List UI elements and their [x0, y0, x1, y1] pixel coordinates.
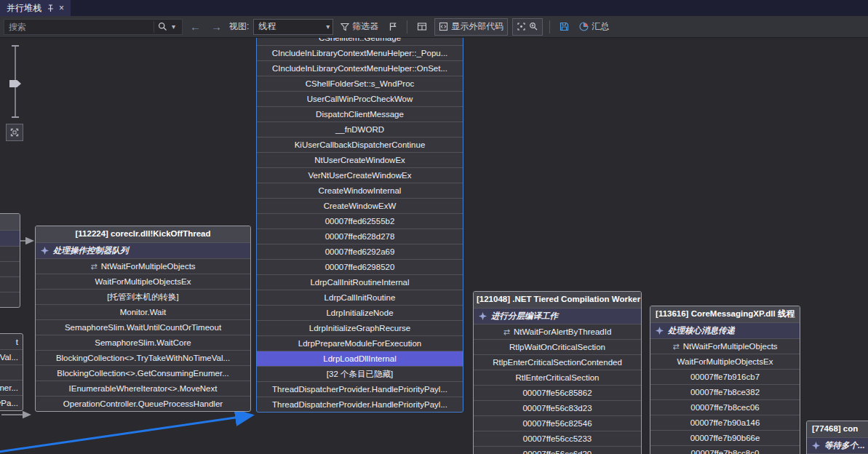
search-box[interactable]: ▾ — [4, 19, 183, 35]
stack-frame-row[interactable]: 00007ffe56c83d23 — [474, 400, 641, 415]
stack-frame-row[interactable] — [0, 365, 23, 380]
stack-frame-row[interactable]: ⇄NtWaitForMultipleObjects — [650, 338, 800, 354]
stack-frame-row[interactable]: yPa... — [0, 395, 23, 410]
stack-frame-row[interactable]: BlockingCollection<>.GetConsumingEnumer.… — [36, 365, 250, 381]
stack-frame-row[interactable]: WaitForMultipleObjectsEx — [650, 354, 800, 369]
summary-button[interactable]: 汇总 — [576, 18, 612, 36]
stack-frame-row[interactable]: VerNtUserCreateWindowEx — [257, 167, 463, 183]
stack-frame-row[interactable]: RtlEnterCriticalSection — [474, 370, 641, 385]
stack-box-thread-121048[interactable]: [121048] .NET Tiered Compilation Worker进… — [473, 291, 642, 454]
view-mode-dropdown[interactable]: 线程 ▾ — [253, 19, 333, 35]
stack-frame-row[interactable]: RtlpWaitOnCriticalSection — [474, 339, 641, 354]
pin-icon[interactable] — [47, 4, 54, 12]
save-icon-button[interactable] — [557, 18, 572, 36]
stack-frame-row[interactable]: UserCallWinProcCheckWow — [257, 91, 463, 106]
stack-frame-row[interactable]: BlockingCollection<>.TryTakeWithNoTimeVa… — [36, 350, 250, 365]
show-external-code-toggle[interactable]: 显示外部代码 — [434, 18, 508, 36]
focus-frame-icon[interactable] — [517, 22, 526, 31]
stack-frame-row[interactable]: CIncludeInLibraryContextMenuHelper::_Pop… — [257, 45, 463, 60]
stack-frame-row[interactable]: Monitor.Wait — [36, 304, 250, 319]
stack-frame-row[interactable]: ThreadDispatcherProvider.HandlePriorityP… — [257, 381, 463, 397]
forward-button[interactable]: → — [208, 21, 225, 32]
stack-box-thread-112224[interactable]: [112224] coreclr.dll!KickOffThread处理操作控制… — [35, 226, 251, 412]
stack-frame-row[interactable]: __fnDWORD — [257, 122, 463, 137]
stack-frame-row[interactable]: LdrpCallInitRoutine — [257, 290, 463, 305]
stack-frame-row[interactable]: LdrpInitializeNode — [257, 305, 463, 320]
stacks-canvas[interactable]: t-Val...ner...yPa...[112224] coreclr.dll… — [0, 38, 868, 454]
stack-frame-row[interactable]: 00007ffed6292a69 — [257, 244, 463, 259]
stack-box-thread-77468[interactable]: [77468] con等待多个...⇄ — [806, 421, 868, 454]
stack-frame-row[interactable]: 00007ffe56cc5233 — [474, 431, 641, 446]
back-button[interactable]: ← — [187, 21, 204, 32]
stack-frame-row[interactable] — [0, 261, 20, 276]
stack-box-header[interactable]: [112224] coreclr.dll!KickOffThread — [36, 226, 250, 242]
stack-box-header[interactable]: [121048] .NET Tiered Compilation Worker — [474, 292, 641, 308]
thread-status-row[interactable] — [0, 230, 20, 246]
stack-frame-row[interactable]: LdrpCallInitRoutineInternal — [257, 274, 463, 290]
stack-frame-row[interactable]: RtlpEnterCriticalSectionContended — [474, 354, 641, 370]
stack-box-header[interactable]: [113616] CoreMessagingXP.dll 线程 — [650, 306, 800, 322]
stack-box-thread-113616[interactable]: [113616] CoreMessagingXP.dll 线程处理核心消息传递⇄… — [650, 306, 800, 454]
stack-frame-row[interactable]: 00007ffe7b8cec06 — [650, 399, 800, 415]
stack-box-left-fragment-top[interactable] — [0, 213, 20, 308]
stack-frame-row[interactable]: IEnumerableWhereIterator<>.MoveNext — [36, 381, 250, 396]
stack-frame-row[interactable] — [0, 292, 20, 307]
stack-frames-view-button[interactable] — [414, 18, 430, 36]
stack-frame-row[interactable]: SemaphoreSlim.WaitCore — [36, 335, 250, 350]
search-options-caret-icon[interactable]: ▾ — [169, 23, 178, 31]
parallel-stacks-tab[interactable]: 并行堆栈 × — [0, 0, 71, 16]
stack-frame-row[interactable]: 00007ffed6298520 — [257, 259, 463, 274]
stack-frame-row[interactable] — [0, 246, 20, 261]
stack-frame-row[interactable]: OperationController.QueueProcessHandler — [36, 396, 250, 411]
stack-frame-row[interactable]: CreateWindowInternal — [257, 183, 463, 198]
stack-frame-row[interactable]: LdrpPrepareModuleForExecution — [257, 335, 463, 351]
stack-frame-row[interactable]: NtUserCreateWindowEx — [257, 152, 463, 167]
thread-status-row[interactable]: 进行分层编译工作 — [474, 308, 641, 324]
stack-box-header[interactable]: [77468] con — [807, 421, 868, 437]
stack-frame-row[interactable] — [0, 276, 20, 292]
search-icon[interactable]: ▾ — [154, 22, 182, 31]
stack-frame-row[interactable]: ⇄NtWaitForAlertByThreadId — [474, 324, 641, 339]
stack-box-highlighted-stack[interactable]: CShellItem::GetImageCIncludeInLibraryCon… — [256, 38, 463, 413]
stack-frame-row[interactable]: SemaphoreSlim.WaitUntilCountOrTimeout — [36, 319, 250, 335]
stack-frame-row[interactable]: CreateWindowExW — [257, 198, 463, 213]
stack-frame-row[interactable]: LdrpInitializeGraphRecurse — [257, 320, 463, 335]
filter-button[interactable]: 筛选器 — [338, 18, 381, 36]
zoom-slider-thumb[interactable] — [9, 80, 21, 87]
stack-frame-row[interactable]: 00007ffe7b90a146 — [650, 415, 800, 430]
stack-frame-row[interactable]: ⇄NtWaitForMultipleObjects — [36, 258, 250, 274]
stack-frame-row[interactable]: 00007ffed62555b2 — [257, 213, 463, 228]
stack-frame-row[interactable]: WaitForMultipleObjectsEx — [36, 274, 250, 289]
search-input[interactable] — [4, 22, 154, 32]
stack-frame-row[interactable]: 00007ffe7b8cc8c0 — [650, 445, 800, 454]
flag-filter-button[interactable] — [386, 18, 400, 36]
stack-frame-row[interactable]: 00007ffe7b8ce382 — [650, 384, 800, 399]
stack-frame-row[interactable]: CShellItem::GetImage — [257, 38, 463, 45]
zoom-to-fit-button[interactable] — [6, 124, 23, 141]
stack-frame-row[interactable]: [32 个条目已隐藏] — [257, 366, 463, 381]
zoom-slider[interactable] — [6, 44, 25, 121]
stack-frame-row[interactable]: 00007ffe56c85862 — [474, 385, 641, 400]
stack-box-header[interactable] — [0, 214, 20, 230]
zoom-search-icon[interactable] — [529, 22, 538, 31]
stack-frame-row[interactable]: 00007ffe7b916cb7 — [650, 369, 800, 384]
stack-frame-row[interactable]: LdrpLoadDllInternal — [257, 351, 463, 366]
stack-frame-row[interactable]: ner... — [0, 380, 23, 395]
stack-frame-row[interactable]: CIncludeInLibraryContextMenuHelper::OnSe… — [257, 60, 463, 76]
stack-frame-row[interactable]: KiUserCallbackDispatcherContinue — [257, 137, 463, 152]
stack-frame-row[interactable]: -Val... — [0, 349, 23, 365]
stack-frame-row[interactable]: 00007ffed628d278 — [257, 228, 463, 244]
stack-frame-row[interactable]: CShellFolderSet::s_WndProc — [257, 76, 463, 91]
stack-frame-row[interactable]: 00007ffe7b90b66e — [650, 430, 800, 445]
stack-box-left-fragment-bottom[interactable]: t-Val...ner...yPa... — [0, 333, 23, 411]
stack-frame-row[interactable]: t — [0, 334, 23, 349]
close-icon[interactable]: × — [59, 4, 64, 12]
stack-frame-row[interactable]: 00007ffe56cc6d20 — [474, 446, 641, 454]
thread-status-row[interactable]: 处理操作控制器队列 — [36, 242, 250, 258]
stack-frame-row[interactable]: [托管到本机的转换] — [36, 289, 250, 304]
thread-status-row[interactable]: 等待多个... — [807, 437, 868, 453]
thread-status-row[interactable]: 处理核心消息传递 — [650, 322, 800, 338]
stack-frame-row[interactable]: DispatchClientMessage — [257, 106, 463, 122]
stack-frame-row[interactable]: 00007ffe56c82546 — [474, 415, 641, 431]
stack-frame-row[interactable]: ThreadDispatcherProvider.HandlePriorityP… — [257, 397, 463, 412]
